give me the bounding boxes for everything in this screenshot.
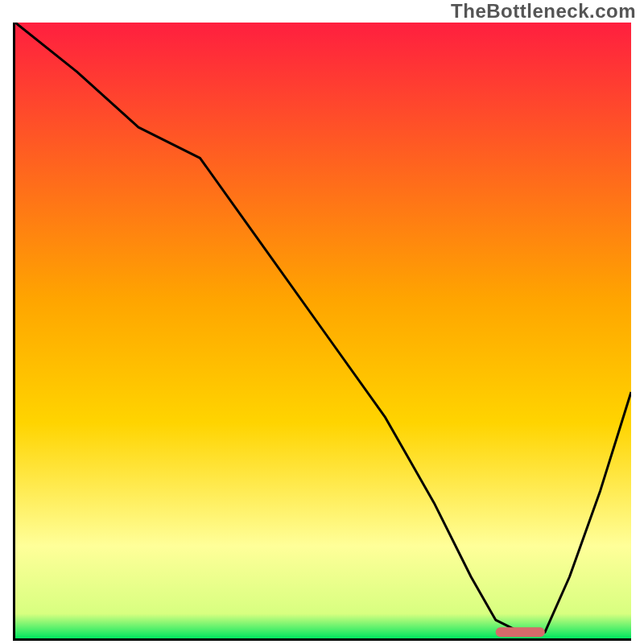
watermark-text: TheBottleneck.com — [451, 0, 636, 23]
chart-container: TheBottleneck.com — [0, 0, 644, 644]
optimal-marker — [496, 627, 545, 637]
plot-area — [13, 23, 631, 641]
chart-svg — [15, 23, 631, 638]
